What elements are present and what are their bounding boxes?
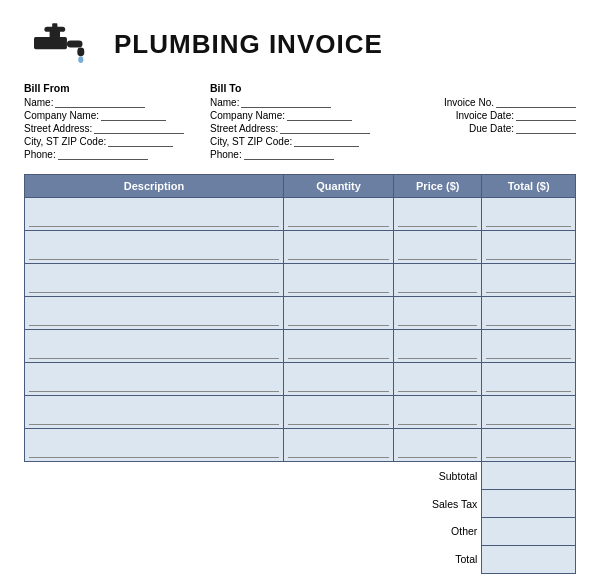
total-cell-1[interactable] <box>482 231 576 264</box>
qty-cell-2[interactable] <box>283 264 393 297</box>
invoice-date-field[interactable] <box>516 111 576 121</box>
total-header: Total ($) <box>482 175 576 198</box>
summary-empty-cell <box>25 545 394 573</box>
table-row <box>25 363 576 396</box>
total-cell-5[interactable] <box>482 363 576 396</box>
bill-to-company-field[interactable] <box>287 111 352 121</box>
bill-to-street-label: Street Address: <box>210 123 278 134</box>
bill-to-street-field[interactable] <box>280 124 370 134</box>
qty-cell-5[interactable] <box>283 363 393 396</box>
total-cell-2[interactable] <box>482 264 576 297</box>
summary-empty-cell <box>25 462 394 490</box>
price-cell-3[interactable] <box>394 297 482 330</box>
invoice-date-label: Invoice Date: <box>456 110 514 121</box>
table-row <box>25 429 576 462</box>
description-header: Description <box>25 175 284 198</box>
total-cell-7[interactable] <box>482 429 576 462</box>
svg-rect-5 <box>52 23 57 28</box>
qty-cell-3[interactable] <box>283 297 393 330</box>
invoice-date-row: Invoice Date: <box>396 110 576 121</box>
svg-rect-3 <box>67 41 83 48</box>
summary-value-total[interactable] <box>482 545 576 573</box>
bill-from-street-field[interactable] <box>94 124 184 134</box>
summary-value-subtotal[interactable] <box>482 462 576 490</box>
bill-from-phone-label: Phone: <box>24 149 56 160</box>
desc-cell-3[interactable] <box>25 297 284 330</box>
bill-to-company-row: Company Name: <box>210 110 396 121</box>
bill-section: Bill From Name: Company Name: Street Add… <box>24 82 576 162</box>
bill-from-company-label: Company Name: <box>24 110 99 121</box>
price-cell-5[interactable] <box>394 363 482 396</box>
price-cell-0[interactable] <box>394 198 482 231</box>
bill-from-label: Bill From <box>24 82 210 94</box>
bill-to-street-row: Street Address: <box>210 123 396 134</box>
total-cell-6[interactable] <box>482 396 576 429</box>
desc-cell-7[interactable] <box>25 429 284 462</box>
invoice-info-column: Invoice No. Invoice Date: Due Date: <box>396 82 576 162</box>
invoice-number-label: Invoice No. <box>444 97 494 108</box>
table-row <box>25 396 576 429</box>
price-cell-7[interactable] <box>394 429 482 462</box>
bill-to-phone-row: Phone: <box>210 149 396 160</box>
table-row <box>25 264 576 297</box>
total-cell-4[interactable] <box>482 330 576 363</box>
table-row <box>25 297 576 330</box>
bill-to-name-row: Name: <box>210 97 396 108</box>
desc-cell-1[interactable] <box>25 231 284 264</box>
summary-label-total: Total <box>394 545 482 573</box>
desc-cell-6[interactable] <box>25 396 284 429</box>
due-date-row: Due Date: <box>396 123 576 134</box>
summary-empty-cell <box>25 518 394 546</box>
invoice-number-field[interactable] <box>496 98 576 108</box>
desc-cell-2[interactable] <box>25 264 284 297</box>
qty-cell-4[interactable] <box>283 330 393 363</box>
bill-from-city-field[interactable] <box>108 137 173 147</box>
bill-from-company-field[interactable] <box>101 111 166 121</box>
bill-from-city-row: City, ST ZIP Code: <box>24 136 210 147</box>
qty-cell-0[interactable] <box>283 198 393 231</box>
summary-row-total: Total <box>25 545 576 573</box>
bill-to-column: Bill To Name: Company Name: Street Addre… <box>210 82 396 162</box>
svg-rect-0 <box>34 37 67 49</box>
bill-to-city-field[interactable] <box>294 137 359 147</box>
desc-cell-5[interactable] <box>25 363 284 396</box>
summary-label-sales-tax: Sales Tax <box>394 490 482 518</box>
price-cell-1[interactable] <box>394 231 482 264</box>
due-date-label: Due Date: <box>469 123 514 134</box>
qty-cell-1[interactable] <box>283 231 393 264</box>
summary-value-sales-tax[interactable] <box>482 490 576 518</box>
qty-cell-7[interactable] <box>283 429 393 462</box>
total-cell-0[interactable] <box>482 198 576 231</box>
bill-to-city-label: City, ST ZIP Code: <box>210 136 292 147</box>
desc-cell-4[interactable] <box>25 330 284 363</box>
table-header-row: Description Quantity Price ($) Total ($) <box>25 175 576 198</box>
summary-row-subtotal: Subtotal <box>25 462 576 490</box>
invoice-number-row: Invoice No. <box>396 97 576 108</box>
bill-from-street-row: Street Address: <box>24 123 210 134</box>
total-cell-3[interactable] <box>482 297 576 330</box>
qty-cell-6[interactable] <box>283 396 393 429</box>
invoice-page: PLUMBING INVOICE Bill From Name: Company… <box>0 0 600 588</box>
invoice-header: PLUMBING INVOICE <box>24 18 576 70</box>
bill-to-phone-field[interactable] <box>244 150 334 160</box>
due-date-field[interactable] <box>516 124 576 134</box>
svg-point-6 <box>78 56 83 63</box>
bill-from-name-field[interactable] <box>55 98 145 108</box>
summary-value-other[interactable] <box>482 518 576 546</box>
bill-from-phone-row: Phone: <box>24 149 210 160</box>
bill-from-phone-field[interactable] <box>58 150 148 160</box>
table-row <box>25 198 576 231</box>
bill-to-name-field[interactable] <box>241 98 331 108</box>
bill-to-name-label: Name: <box>210 97 239 108</box>
price-cell-2[interactable] <box>394 264 482 297</box>
price-cell-4[interactable] <box>394 330 482 363</box>
price-cell-6[interactable] <box>394 396 482 429</box>
summary-row-sales-tax: Sales Tax <box>25 490 576 518</box>
price-header: Price ($) <box>394 175 482 198</box>
svg-rect-4 <box>77 47 84 56</box>
bill-to-phone-label: Phone: <box>210 149 242 160</box>
summary-label-other: Other <box>394 518 482 546</box>
quantity-header: Quantity <box>283 175 393 198</box>
desc-cell-0[interactable] <box>25 198 284 231</box>
table-row <box>25 231 576 264</box>
